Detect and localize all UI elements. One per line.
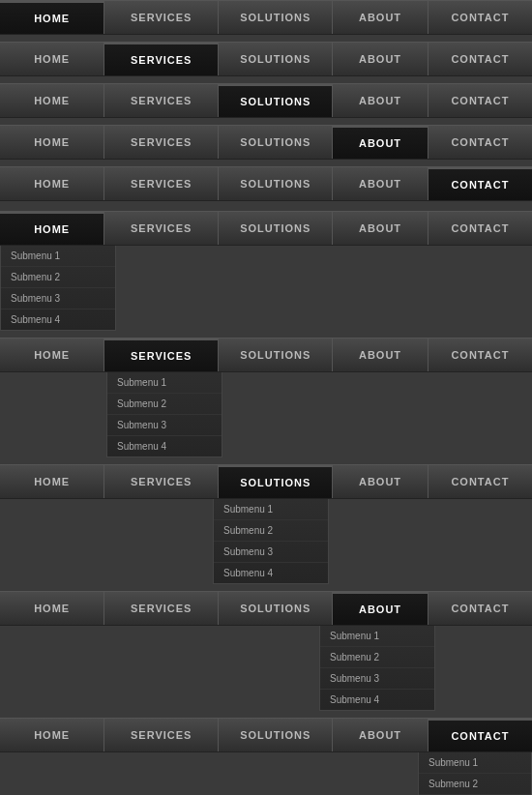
navbar-7: HOME SERVICES SOLUTIONS ABOUT CONTACT <box>0 338 532 372</box>
submenu-contact: Submenu 1 Submenu 2 Submenu 3 Submenu 4 <box>0 752 532 795</box>
nav-contact-6[interactable]: CONTACT <box>429 212 532 245</box>
nav-home-1[interactable]: HOME <box>0 1 104 34</box>
nav-row-about-dropdown: HOME SERVICES SOLUTIONS ABOUT CONTACT Su… <box>0 591 532 711</box>
nav-about-10[interactable]: ABOUT <box>333 719 429 751</box>
submenu-home-1[interactable]: Submenu 1 <box>1 246 115 267</box>
nav-contact-2[interactable]: CONTACT <box>429 43 532 75</box>
nav-home-9[interactable]: HOME <box>0 592 104 625</box>
submenu-about-3[interactable]: Submenu 3 <box>320 668 434 690</box>
submenu-solutions-3[interactable]: Submenu 3 <box>214 542 328 563</box>
nav-solutions-9[interactable]: SOLUTIONS <box>219 592 333 625</box>
nav-solutions-3[interactable]: SOLUTIONS <box>219 84 333 117</box>
navbar-8: HOME SERVICES SOLUTIONS ABOUT CONTACT <box>0 464 532 499</box>
submenu-services-4[interactable]: Submenu 4 <box>107 436 222 456</box>
submenu-services-1[interactable]: Submenu 1 <box>107 372 222 394</box>
submenu-contact-1[interactable]: Submenu 1 <box>419 752 531 774</box>
nav-row-home: HOME SERVICES SOLUTIONS ABOUT CONTACT <box>0 0 532 35</box>
nav-services-5[interactable]: SERVICES <box>104 167 219 200</box>
nav-solutions-5[interactable]: SOLUTIONS <box>219 167 333 200</box>
nav-about-6[interactable]: ABOUT <box>333 212 429 245</box>
nav-home-3[interactable]: HOME <box>0 84 104 117</box>
nav-services-8[interactable]: SERVICES <box>104 465 219 498</box>
nav-contact-8[interactable]: CONTACT <box>429 465 532 498</box>
submenu-about: Submenu 1 Submenu 2 Submenu 3 Submenu 4 <box>0 626 532 711</box>
submenu-services: Submenu 1 Submenu 2 Submenu 3 Submenu 4 <box>0 372 532 457</box>
nav-solutions-8[interactable]: SOLUTIONS <box>219 465 333 498</box>
nav-row-home-dropdown: HOME SERVICES SOLUTIONS ABOUT CONTACT Su… <box>0 211 532 331</box>
nav-services-3[interactable]: SERVICES <box>104 84 219 117</box>
nav-home-4[interactable]: HOME <box>0 126 104 159</box>
nav-contact-4[interactable]: CONTACT <box>429 126 532 159</box>
nav-about-7[interactable]: ABOUT <box>333 339 429 371</box>
nav-about-1[interactable]: ABOUT <box>333 1 429 34</box>
nav-contact-9[interactable]: CONTACT <box>429 592 532 625</box>
submenu-about-4[interactable]: Submenu 4 <box>320 690 434 710</box>
nav-row-solutions-dropdown: HOME SERVICES SOLUTIONS ABOUT CONTACT Su… <box>0 464 532 584</box>
nav-row-services-dropdown: HOME SERVICES SOLUTIONS ABOUT CONTACT Su… <box>0 338 532 457</box>
nav-solutions-2[interactable]: SOLUTIONS <box>219 43 333 75</box>
nav-row-contact-dropdown: HOME SERVICES SOLUTIONS ABOUT CONTACT Su… <box>0 718 532 795</box>
nav-solutions-10[interactable]: SOLUTIONS <box>219 719 333 751</box>
nav-contact-3[interactable]: CONTACT <box>429 84 532 117</box>
nav-row-contact: HOME SERVICES SOLUTIONS ABOUT CONTACT <box>0 166 532 201</box>
navbar-10: HOME SERVICES SOLUTIONS ABOUT CONTACT <box>0 718 532 752</box>
nav-solutions-1[interactable]: SOLUTIONS <box>219 1 333 34</box>
dropdown-home: Submenu 1 Submenu 2 Submenu 3 Submenu 4 <box>0 246 116 331</box>
dropdown-about: Submenu 1 Submenu 2 Submenu 3 Submenu 4 <box>319 626 435 711</box>
nav-about-9[interactable]: ABOUT <box>333 592 429 625</box>
navbar-1: HOME SERVICES SOLUTIONS ABOUT CONTACT <box>0 0 532 35</box>
dropdown-services: Submenu 1 Submenu 2 Submenu 3 Submenu 4 <box>106 372 222 457</box>
nav-about-8[interactable]: ABOUT <box>333 465 429 498</box>
nav-contact-5[interactable]: CONTACT <box>429 167 532 200</box>
nav-solutions-4[interactable]: SOLUTIONS <box>219 126 333 159</box>
submenu-solutions: Submenu 1 Submenu 2 Submenu 3 Submenu 4 <box>0 499 532 584</box>
navbar-4: HOME SERVICES SOLUTIONS ABOUT CONTACT <box>0 125 532 160</box>
navbar-3: HOME SERVICES SOLUTIONS ABOUT CONTACT <box>0 83 532 118</box>
nav-row-about: HOME SERVICES SOLUTIONS ABOUT CONTACT <box>0 125 532 160</box>
nav-services-10[interactable]: SERVICES <box>104 719 219 751</box>
nav-row-solutions: HOME SERVICES SOLUTIONS ABOUT CONTACT <box>0 83 532 118</box>
submenu-about-2[interactable]: Submenu 2 <box>320 647 434 668</box>
nav-about-3[interactable]: ABOUT <box>333 84 429 117</box>
nav-solutions-7[interactable]: SOLUTIONS <box>219 339 333 371</box>
nav-contact-1[interactable]: CONTACT <box>429 1 532 34</box>
nav-home-6[interactable]: HOME <box>0 212 104 245</box>
nav-services-6[interactable]: SERVICES <box>104 212 219 245</box>
navbar-5: HOME SERVICES SOLUTIONS ABOUT CONTACT <box>0 166 532 201</box>
submenu-home-4[interactable]: Submenu 4 <box>1 309 115 330</box>
nav-row-services: HOME SERVICES SOLUTIONS ABOUT CONTACT <box>0 42 532 76</box>
nav-home-7[interactable]: HOME <box>0 339 104 371</box>
nav-home-2[interactable]: HOME <box>0 43 104 75</box>
nav-services-7[interactable]: SERVICES <box>104 339 219 371</box>
submenu-services-3[interactable]: Submenu 3 <box>107 415 222 436</box>
dropdown-solutions: Submenu 1 Submenu 2 Submenu 3 Submenu 4 <box>213 499 329 584</box>
nav-about-2[interactable]: ABOUT <box>333 43 429 75</box>
nav-about-4[interactable]: ABOUT <box>333 126 429 159</box>
nav-contact-7[interactable]: CONTACT <box>429 339 532 371</box>
nav-services-1[interactable]: SERVICES <box>104 1 219 34</box>
navbar-9: HOME SERVICES SOLUTIONS ABOUT CONTACT <box>0 591 532 626</box>
submenu-solutions-2[interactable]: Submenu 2 <box>214 520 328 542</box>
nav-about-5[interactable]: ABOUT <box>333 167 429 200</box>
submenu-contact-2[interactable]: Submenu 2 <box>419 774 531 795</box>
nav-solutions-6[interactable]: SOLUTIONS <box>219 212 333 245</box>
submenu-home-2[interactable]: Submenu 2 <box>1 267 115 288</box>
dropdown-contact: Submenu 1 Submenu 2 Submenu 3 Submenu 4 <box>418 752 532 795</box>
nav-home-10[interactable]: HOME <box>0 719 104 751</box>
nav-home-8[interactable]: HOME <box>0 465 104 498</box>
nav-services-2[interactable]: SERVICES <box>104 43 219 75</box>
navbar-6: HOME SERVICES SOLUTIONS ABOUT CONTACT <box>0 211 532 246</box>
submenu-solutions-4[interactable]: Submenu 4 <box>214 563 328 583</box>
submenu-home-3[interactable]: Submenu 3 <box>1 288 115 309</box>
submenu-solutions-1[interactable]: Submenu 1 <box>214 499 328 520</box>
nav-home-5[interactable]: HOME <box>0 167 104 200</box>
nav-contact-10[interactable]: CONTACT <box>429 719 532 751</box>
navbar-2: HOME SERVICES SOLUTIONS ABOUT CONTACT <box>0 42 532 76</box>
submenu-services-2[interactable]: Submenu 2 <box>107 394 222 415</box>
submenu-about-1[interactable]: Submenu 1 <box>320 626 434 647</box>
nav-services-9[interactable]: SERVICES <box>104 592 219 625</box>
submenu-home: Submenu 1 Submenu 2 Submenu 3 Submenu 4 <box>0 246 532 331</box>
nav-services-4[interactable]: SERVICES <box>104 126 219 159</box>
